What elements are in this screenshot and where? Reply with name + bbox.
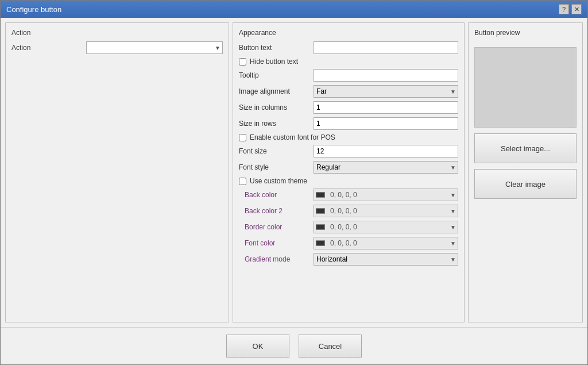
configure-button-dialog: Configure button ? ✕ Action Action ▼ App…	[0, 0, 588, 365]
title-bar: Configure button ? ✕	[1, 1, 587, 18]
dialog-footer: OK Cancel	[1, 327, 587, 364]
font-size-input[interactable]	[314, 145, 458, 157]
select-image-button[interactable]: Select image...	[474, 133, 577, 163]
font-style-label: Font style	[239, 163, 314, 171]
size-columns-input[interactable]	[314, 101, 458, 114]
border-color-wrapper: 0, 0, 0, 0 ▼	[314, 221, 458, 233]
image-alignment-label: Image alignment	[239, 87, 314, 95]
action-panel: Action Action ▼	[5, 22, 229, 322]
clear-image-button[interactable]: Clear image	[474, 169, 577, 199]
size-rows-input[interactable]	[314, 117, 458, 130]
custom-theme-checkbox[interactable]	[239, 178, 246, 185]
preview-section-title: Button preview	[474, 29, 577, 37]
font-color-wrapper: 0, 0, 0, 0 ▼	[314, 237, 458, 249]
action-select[interactable]	[86, 41, 223, 54]
hide-button-text-checkbox[interactable]	[239, 58, 246, 66]
font-size-row: Font size	[239, 145, 458, 157]
font-style-select[interactable]: Regular Bold Italic Bold Italic	[314, 161, 458, 174]
gradient-mode-wrapper: Horizontal Vertical None ▼	[314, 253, 458, 266]
dialog-body: Action Action ▼ Appearance Button text	[1, 18, 587, 327]
font-size-label: Font size	[239, 147, 314, 155]
button-text-row: Button text	[239, 41, 458, 54]
help-button[interactable]: ?	[559, 4, 569, 14]
back-color-select[interactable]: 0, 0, 0, 0	[314, 189, 458, 201]
border-color-label: Border color	[239, 223, 314, 231]
gradient-mode-row: Gradient mode Horizontal Vertical None ▼	[239, 253, 458, 266]
back-color-wrapper: 0, 0, 0, 0 ▼	[314, 189, 458, 201]
back-color-label: Back color	[239, 191, 314, 199]
font-color-label: Font color	[239, 239, 314, 247]
button-preview-area	[474, 47, 577, 128]
border-color-select[interactable]: 0, 0, 0, 0	[314, 221, 458, 233]
image-alignment-select[interactable]: Far Near Center	[314, 85, 458, 98]
appearance-section-title: Appearance	[239, 29, 458, 37]
border-color-row: Border color 0, 0, 0, 0 ▼	[239, 221, 458, 233]
font-color-row: Font color 0, 0, 0, 0 ▼	[239, 237, 458, 249]
dialog-title: Configure button	[6, 5, 61, 14]
action-select-wrapper: ▼	[86, 41, 223, 54]
tooltip-input[interactable]	[314, 69, 458, 82]
font-color-select[interactable]: 0, 0, 0, 0	[314, 237, 458, 249]
back-color2-select[interactable]: 0, 0, 0, 0	[314, 205, 458, 217]
hide-button-text-label[interactable]: Hide button text	[250, 57, 298, 66]
size-rows-label: Size in rows	[239, 120, 314, 128]
hide-button-text-row: Hide button text	[239, 57, 458, 66]
custom-font-label[interactable]: Enable custom font for POS	[250, 133, 335, 141]
custom-font-checkbox[interactable]	[239, 134, 246, 141]
font-style-row: Font style Regular Bold Italic Bold Ital…	[239, 161, 458, 174]
cancel-button[interactable]: Cancel	[299, 335, 362, 358]
action-field-row: Action ▼	[11, 41, 223, 54]
preview-panel: Button preview Select image... Clear ima…	[468, 22, 583, 322]
size-columns-row: Size in columns	[239, 101, 458, 114]
font-style-select-wrapper: Regular Bold Italic Bold Italic ▼	[314, 161, 458, 174]
size-columns-label: Size in columns	[239, 103, 314, 112]
gradient-mode-select[interactable]: Horizontal Vertical None	[314, 253, 458, 266]
back-color2-row: Back color 2 0, 0, 0, 0 ▼	[239, 205, 458, 217]
custom-theme-label[interactable]: Use custom theme	[250, 177, 307, 185]
title-bar-buttons: ? ✕	[559, 4, 582, 14]
close-button[interactable]: ✕	[571, 4, 582, 14]
action-label: Action	[11, 44, 86, 52]
size-rows-row: Size in rows	[239, 117, 458, 130]
back-color2-wrapper: 0, 0, 0, 0 ▼	[314, 205, 458, 217]
custom-font-row: Enable custom font for POS	[239, 133, 458, 141]
image-alignment-row: Image alignment Far Near Center ▼	[239, 85, 458, 98]
button-text-label: Button text	[239, 44, 314, 52]
back-color2-label: Back color 2	[239, 207, 314, 215]
gradient-mode-label: Gradient mode	[239, 255, 314, 263]
image-alignment-select-wrapper: Far Near Center ▼	[314, 85, 458, 98]
ok-button[interactable]: OK	[226, 335, 289, 358]
back-color-row: Back color 0, 0, 0, 0 ▼	[239, 189, 458, 201]
tooltip-row: Tooltip	[239, 69, 458, 82]
tooltip-label: Tooltip	[239, 71, 314, 79]
appearance-panel: Appearance Button text Hide button text …	[233, 22, 465, 322]
action-section-title: Action	[11, 29, 223, 37]
custom-theme-row: Use custom theme	[239, 177, 458, 185]
button-text-input[interactable]	[314, 41, 458, 54]
